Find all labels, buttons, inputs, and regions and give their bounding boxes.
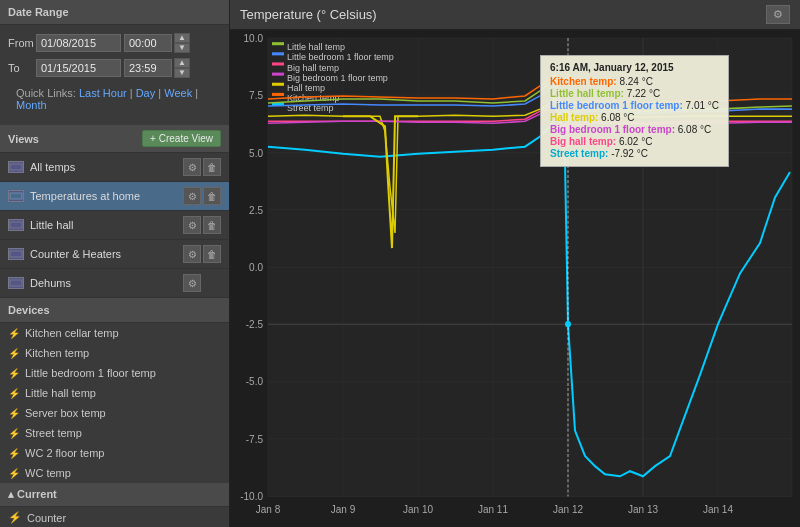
view-name-temperatures-at-home: Temperatures at home — [30, 190, 183, 202]
from-date-input[interactable] — [36, 34, 121, 52]
from-spinner-down[interactable]: ▼ — [174, 43, 190, 53]
view-actions-all-temps: ⚙ 🗑 — [183, 158, 221, 176]
svg-text:-2.5: -2.5 — [246, 319, 264, 330]
from-time-input[interactable] — [124, 34, 172, 52]
devices-label: Devices — [8, 304, 50, 316]
device-name-counter: Counter — [27, 512, 66, 524]
device-icon-kitchen: ⚡ — [8, 348, 20, 359]
view-item-dehums[interactable]: Dehums ⚙ 🗑 — [0, 269, 229, 298]
svg-text:Jan 14: Jan 14 — [703, 504, 733, 515]
view-item-little-hall[interactable]: Little hall ⚙ 🗑 — [0, 211, 229, 240]
create-view-button[interactable]: + Create View — [142, 130, 221, 147]
svg-text:10.0: 10.0 — [244, 33, 264, 44]
devices-header: Devices — [0, 298, 229, 323]
quick-link-day[interactable]: Day — [136, 87, 156, 99]
svg-rect-2 — [10, 222, 22, 228]
quick-link-month[interactable]: Month — [16, 99, 47, 111]
to-label: To — [8, 62, 36, 74]
svg-text:-5.0: -5.0 — [246, 376, 264, 387]
view-name-all-temps: All temps — [30, 161, 183, 173]
quick-links-label: Quick Links: — [16, 87, 76, 99]
view-icon-counter-heaters — [8, 248, 24, 260]
view-icon-temperatures-at-home — [8, 190, 24, 202]
device-server-box-temp[interactable]: ⚡ Server box temp — [0, 403, 229, 423]
device-icon-little-bedroom: ⚡ — [8, 368, 20, 379]
date-range-label: Date Range — [8, 6, 69, 18]
svg-point-61 — [565, 321, 571, 327]
chart-title: Temperature (° Celsius) — [240, 7, 377, 22]
devices-section: Devices ⚡ Kitchen cellar temp ⚡ Kitchen … — [0, 298, 229, 483]
device-icon-counter: ⚡ — [8, 511, 22, 524]
quick-link-last-hour[interactable]: Last Hour — [79, 87, 127, 99]
from-row: From ▲ ▼ — [8, 33, 221, 53]
chart-area[interactable]: 10.0 7.5 5.0 2.5 0.0 -2.5 -5.0 -7.5 -10.… — [230, 30, 800, 527]
chart-settings-button[interactable]: ⚙ — [766, 5, 790, 24]
svg-text:-10.0: -10.0 — [240, 491, 263, 502]
svg-text:Little hall temp: Little hall temp — [287, 42, 345, 52]
device-icon-wc: ⚡ — [8, 468, 20, 479]
svg-text:0.0: 0.0 — [249, 262, 263, 273]
svg-rect-1 — [10, 193, 22, 199]
view-settings-little-hall[interactable]: ⚙ — [183, 216, 201, 234]
sidebar: Date Range From ▲ ▼ To ▲ ▼ — [0, 0, 230, 527]
device-kitchen-temp[interactable]: ⚡ Kitchen temp — [0, 343, 229, 363]
device-icon-kitchen-cellar: ⚡ — [8, 328, 20, 339]
current-header-arrow: ▴ — [8, 488, 17, 500]
view-settings-all-temps[interactable]: ⚙ — [183, 158, 201, 176]
device-kitchen-cellar-temp[interactable]: ⚡ Kitchen cellar temp — [0, 323, 229, 343]
view-delete-counter-heaters[interactable]: 🗑 — [203, 245, 221, 263]
view-icon-all-temps — [8, 161, 24, 173]
view-actions-little-hall: ⚙ 🗑 — [183, 216, 221, 234]
view-actions-temperatures-at-home: ⚙ 🗑 — [183, 187, 221, 205]
chart-header: Temperature (° Celsius) ⚙ — [230, 0, 800, 30]
date-range-header: Date Range — [0, 0, 229, 25]
svg-text:5.0: 5.0 — [249, 148, 263, 159]
device-icon-street: ⚡ — [8, 428, 20, 439]
device-name-wc: WC temp — [25, 467, 71, 479]
to-spinner-down[interactable]: ▼ — [174, 68, 190, 78]
svg-text:Hall temp: Hall temp — [287, 83, 325, 93]
device-wc2-floor-temp[interactable]: ⚡ WC 2 floor temp — [0, 443, 229, 463]
view-name-little-hall: Little hall — [30, 219, 183, 231]
device-counter[interactable]: ⚡ Counter — [0, 507, 229, 527]
svg-text:Big hall temp: Big hall temp — [287, 63, 339, 73]
view-name-dehums: Dehums — [30, 277, 183, 289]
device-little-hall-temp[interactable]: ⚡ Little hall temp — [0, 383, 229, 403]
to-row: To ▲ ▼ — [8, 58, 221, 78]
quick-link-week[interactable]: Week — [164, 87, 192, 99]
view-item-all-temps[interactable]: All temps ⚙ 🗑 — [0, 153, 229, 182]
svg-text:Jan 9: Jan 9 — [331, 504, 356, 515]
view-item-temperatures-at-home[interactable]: Temperatures at home ⚙ 🗑 — [0, 182, 229, 211]
view-settings-dehums[interactable]: ⚙ — [183, 274, 201, 292]
to-time-input[interactable] — [124, 59, 172, 77]
svg-text:Jan 13: Jan 13 — [628, 504, 658, 515]
to-date-input[interactable] — [36, 59, 121, 77]
device-little-bedroom-1-floor[interactable]: ⚡ Little bedroom 1 floor temp — [0, 363, 229, 383]
to-spinner-up[interactable]: ▲ — [174, 58, 190, 68]
main-content: Temperature (° Celsius) ⚙ — [230, 0, 800, 527]
tooltip-row-little-hall: Little hall temp: 7.22 °C — [550, 88, 719, 99]
svg-text:-7.5: -7.5 — [246, 434, 264, 445]
view-delete-little-hall[interactable]: 🗑 — [203, 216, 221, 234]
view-delete-temperatures-at-home[interactable]: 🗑 — [203, 187, 221, 205]
svg-text:Jan 10: Jan 10 — [403, 504, 433, 515]
current-section: ▴ Current ⚡ Counter — [0, 483, 229, 527]
current-label: Current — [17, 488, 57, 500]
svg-rect-50 — [272, 93, 284, 96]
quick-links: Quick Links: Last Hour | Day | Week | Mo… — [8, 83, 221, 117]
view-settings-counter-heaters[interactable]: ⚙ — [183, 245, 201, 263]
tooltip-title: 6:16 AM, January 12, 2015 — [550, 62, 719, 73]
device-street-temp[interactable]: ⚡ Street temp — [0, 423, 229, 443]
from-spinner-up[interactable]: ▲ — [174, 33, 190, 43]
view-delete-all-temps[interactable]: 🗑 — [203, 158, 221, 176]
svg-text:Jan 11: Jan 11 — [478, 504, 508, 515]
tooltip-row-hall: Hall temp: 6.08 °C — [550, 112, 719, 123]
device-wc-temp[interactable]: ⚡ WC temp — [0, 463, 229, 483]
views-section: Views + Create View All temps ⚙ 🗑 Temper… — [0, 125, 229, 298]
view-item-counter-heaters[interactable]: Counter & Heaters ⚙ 🗑 — [0, 240, 229, 269]
views-title: Views — [8, 133, 39, 145]
svg-rect-48 — [272, 83, 284, 86]
view-settings-temperatures-at-home[interactable]: ⚙ — [183, 187, 201, 205]
device-name-street: Street temp — [25, 427, 82, 439]
svg-rect-3 — [10, 251, 22, 257]
